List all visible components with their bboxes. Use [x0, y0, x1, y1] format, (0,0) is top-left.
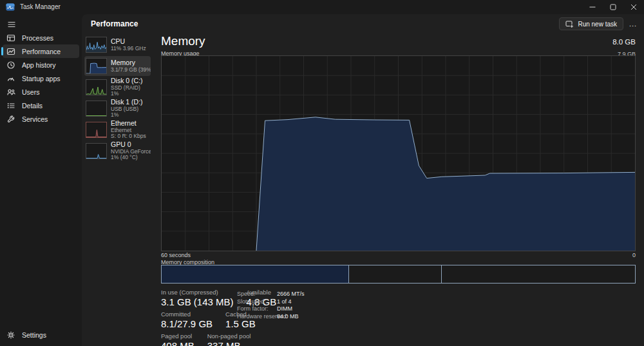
stat-label: In use (Compressed)	[161, 289, 234, 296]
sidebar-item-label: Users	[22, 88, 39, 96]
perf-item-name: Memory	[111, 59, 151, 67]
sidebar: Processes Performance App history Startu…	[0, 14, 82, 346]
sidebar-item-app-history[interactable]: App history	[3, 58, 79, 72]
perf-item-detail2: S: 0 R: 0 Kbps	[111, 133, 146, 140]
performance-icon	[6, 47, 15, 56]
stat-value: 337 MB	[207, 340, 251, 346]
run-new-task-icon	[565, 20, 574, 28]
maximize-button[interactable]	[603, 0, 623, 14]
detail-label: Form factor:	[237, 305, 277, 313]
close-button[interactable]	[623, 0, 644, 14]
time-axis-right-label: 0	[632, 252, 636, 258]
settings-gear-icon	[6, 331, 15, 340]
task-manager-app-icon	[6, 3, 15, 12]
memory-hardware-details: Speed: 2666 MT/s Slots used: 1 of 4 Form…	[237, 291, 305, 320]
page-title: Performance	[91, 19, 138, 28]
sidebar-item-label: Startup apps	[22, 75, 61, 82]
minimize-button[interactable]	[582, 0, 603, 14]
detail-value: DIMM	[277, 305, 292, 313]
minimize-icon	[589, 4, 596, 10]
ellipsis-icon: ...	[629, 20, 637, 28]
detail-value: 84.0 MB	[277, 313, 299, 321]
main-panel: Performance Run new task ... CPU 11% 3.9…	[82, 14, 644, 346]
detail-value: 1 of 4	[277, 298, 292, 306]
navigation-menu-button[interactable]	[4, 17, 19, 32]
detail-row-speed: Speed: 2666 MT/s	[237, 291, 305, 298]
perf-item-memory[interactable]: Memory 3.1/7.9 GB (39%)	[84, 56, 151, 76]
stat-committed: Committed 8.1/27.9 GB	[161, 311, 213, 329]
users-icon	[6, 88, 15, 97]
stat-value: 3.1 GB (143 MB)	[161, 296, 234, 307]
detail-label: Slots used:	[237, 298, 277, 306]
sidebar-item-label: Details	[22, 102, 43, 110]
perf-item-name: CPU	[111, 38, 146, 46]
perf-item-cpu[interactable]: CPU 11% 3.96 GHz	[84, 35, 151, 55]
perf-item-detail2: 1% (40 °C)	[111, 155, 151, 161]
memory-usage-chart	[161, 55, 636, 251]
sidebar-item-label: Settings	[22, 331, 46, 339]
composition-segment-modified-standby	[349, 265, 442, 283]
perf-item-gpu0[interactable]: GPU 0 NVIDIA GeForce G... 1% (40 °C)	[84, 141, 151, 161]
gpu-mini-chart	[86, 143, 107, 159]
sidebar-item-services[interactable]: Services	[3, 112, 79, 126]
detail-label: Speed:	[237, 291, 277, 298]
perf-item-detail2: 1%	[111, 91, 143, 97]
disk1-mini-chart	[86, 101, 107, 117]
perf-item-detail2: 1%	[111, 112, 143, 119]
sidebar-nav: Processes Performance App history Startu…	[3, 31, 79, 126]
details-icon	[6, 101, 15, 110]
perf-item-disk0[interactable]: Disk 0 (C:) SSD (RAID) 1%	[84, 77, 151, 97]
maximize-icon	[610, 4, 616, 10]
detail-label: Hardware reserved:	[237, 313, 277, 321]
memory-mini-chart	[86, 58, 107, 74]
sidebar-item-label: Performance	[22, 48, 61, 55]
sidebar-item-performance[interactable]: Performance	[3, 44, 79, 58]
run-new-task-button[interactable]: Run new task	[559, 17, 623, 30]
run-new-task-label: Run new task	[578, 21, 617, 28]
sidebar-item-details[interactable]: Details	[3, 99, 79, 112]
stat-label: Committed	[161, 311, 213, 318]
memory-usage-chart-svg	[162, 56, 635, 251]
stat-value: 408 MB	[161, 340, 194, 346]
memory-composition-bar	[161, 265, 636, 284]
performance-metric-list: CPU 11% 3.96 GHz Memory 3.1/7.9 GB (39%)…	[84, 35, 151, 161]
perf-item-detail: 11% 3.96 GHz	[111, 46, 146, 52]
sidebar-item-settings[interactable]: Settings	[3, 328, 79, 341]
detail-row-slots: Slots used: 1 of 4	[237, 298, 305, 306]
stat-label: Paged pool	[161, 332, 194, 340]
stat-in-use: In use (Compressed) 3.1 GB (143 MB)	[161, 289, 234, 307]
detail-row-hardware-reserved: Hardware reserved: 84.0 MB	[237, 313, 305, 321]
stat-paged-pool: Paged pool 408 MB	[161, 332, 194, 346]
more-options-button[interactable]: ...	[627, 17, 639, 30]
composition-segment-in-use	[162, 265, 349, 283]
memory-stats: In use (Compressed) 3.1 GB (143 MB) Avai…	[161, 289, 636, 343]
window-title: Task Manager	[20, 3, 61, 10]
services-icon	[6, 115, 15, 124]
perf-item-detail: 3.1/7.9 GB (39%)	[111, 67, 151, 73]
stat-label: Non-paged pool	[207, 332, 251, 340]
disk0-mini-chart	[86, 79, 107, 95]
ethernet-mini-chart	[86, 122, 107, 138]
detail-value: 2666 MT/s	[277, 291, 305, 298]
time-axis-left-label: 60 seconds	[161, 252, 191, 258]
chart-time-axis: 60 seconds 0	[161, 252, 636, 258]
perf-item-ethernet[interactable]: Ethernet Ethernet S: 0 R: 0 Kbps	[84, 120, 151, 140]
memory-total-capacity: 8.0 GB	[612, 38, 636, 46]
detail-row-form-factor: Form factor: DIMM	[237, 305, 305, 313]
sidebar-item-label: Processes	[22, 34, 53, 42]
sidebar-item-label: App history	[22, 61, 56, 69]
memory-title: Memory	[161, 34, 205, 48]
stat-non-paged-pool: Non-paged pool 337 MB	[207, 332, 251, 346]
cpu-mini-chart	[86, 37, 107, 53]
sidebar-item-startup-apps[interactable]: Startup apps	[3, 72, 79, 85]
app-history-icon	[6, 61, 15, 70]
close-icon	[630, 4, 637, 10]
sidebar-item-processes[interactable]: Processes	[3, 31, 79, 44]
hamburger-icon	[7, 20, 16, 29]
titlebar: Task Manager	[0, 0, 644, 14]
sidebar-item-users[interactable]: Users	[3, 85, 79, 99]
processes-icon	[6, 34, 15, 43]
perf-item-disk1[interactable]: Disk 1 (D:) USB (USB) 1%	[84, 99, 151, 119]
composition-segment-free	[442, 265, 635, 283]
sidebar-item-label: Services	[22, 115, 48, 123]
